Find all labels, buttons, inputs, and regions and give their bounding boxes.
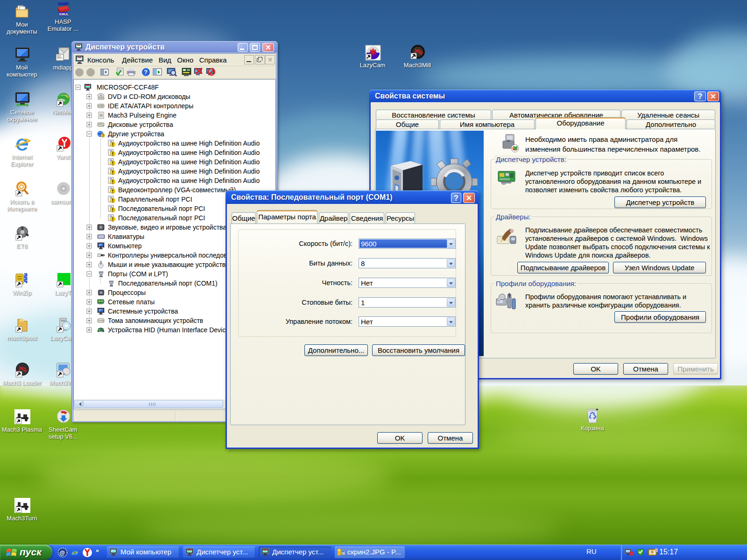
- svg-text:@: @: [59, 550, 65, 556]
- svg-text:HASP: HASP: [58, 1, 69, 6]
- svg-text:?: ?: [144, 69, 148, 76]
- svg-text:?: ?: [102, 134, 104, 137]
- svg-text:EMUL: EMUL: [59, 13, 69, 16]
